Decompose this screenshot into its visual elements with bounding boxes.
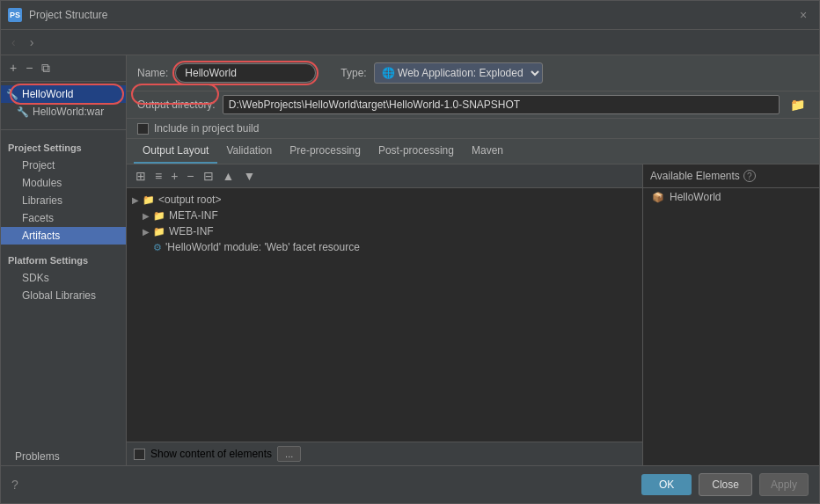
back-button[interactable]: ‹ — [8, 33, 19, 51]
tab-pre-processing[interactable]: Pre-processing — [281, 139, 370, 164]
sidebar-item-artifacts[interactable]: Artifacts — [1, 227, 126, 245]
tab-maven[interactable]: Maven — [463, 139, 512, 164]
folder-icon: 📁 — [143, 194, 155, 206]
show-content-label: Show content of elements — [150, 448, 272, 460]
tabs-row: Output Layout Validation Pre-processing … — [127, 139, 819, 164]
dialog-title: Project Structure — [29, 9, 787, 21]
main-panel: Name: Type: 🌐 Web Application: Exploded … — [127, 55, 819, 465]
info-icon[interactable]: ? — [743, 170, 756, 182]
artifact-war-label: HelloWorld:war — [33, 106, 104, 118]
expand-arrow-meta: ▶ — [143, 211, 150, 221]
sidebar-toolbar: + − ⧉ — [1, 55, 126, 82]
sidebar-item-global-libraries[interactable]: Global Libraries — [1, 287, 126, 304]
tree-web-label: WEB-INF — [169, 225, 214, 237]
app-icon: PS — [8, 8, 22, 22]
list-icon[interactable]: ≡ — [151, 167, 165, 185]
main-content-area: ⊞ ≡ + − ⊟ ▲ ▼ ▶ 📁 <output root> — [127, 164, 819, 465]
tree-output-root[interactable]: ▶ 📁 <output root> — [127, 192, 642, 208]
add-button[interactable]: + — [167, 167, 181, 185]
layout-icon[interactable]: ⊞ — [132, 167, 150, 185]
sidebar-item-modules[interactable]: Modules — [1, 174, 126, 192]
module-icon: ⚙ — [153, 242, 162, 253]
sidebar-item-facets[interactable]: Facets — [1, 209, 126, 227]
artifact-icon: 🔧 — [6, 89, 18, 100]
sidebar-sdks-label: SDKs — [22, 272, 49, 284]
tree-web-inf[interactable]: ▶ 📁 WEB-INF — [127, 223, 642, 239]
sidebar-modules-label: Modules — [22, 177, 62, 189]
help-icon[interactable]: ? — [11, 478, 18, 492]
sidebar-item-project[interactable]: Project — [1, 157, 126, 174]
name-label: Name: — [137, 67, 168, 79]
remove-artifact-button[interactable]: − — [22, 59, 36, 77]
available-elements-header: Available Elements ? — [643, 164, 819, 188]
close-button[interactable]: Close — [699, 473, 752, 496]
include-row: Include in project build — [127, 119, 819, 139]
nav-bar: ‹ › — [1, 30, 819, 55]
title-bar: PS Project Structure × — [1, 1, 819, 30]
include-checkbox[interactable] — [137, 123, 149, 135]
output-path-input[interactable] — [223, 95, 780, 114]
available-item-helloworld[interactable]: 📦 HelloWorld — [643, 188, 819, 206]
content-area: + − ⧉ 🔧 HelloWorld 🔧 HelloWorld:war Proj… — [1, 55, 819, 465]
project-structure-dialog: PS Project Structure × ‹ › + − ⧉ 🔧 Hello… — [0, 0, 820, 504]
output-directory-row: Output directory: 📁 — [127, 91, 819, 119]
name-row: Name: Type: 🌐 Web Application: Exploded … — [127, 55, 819, 91]
artifact-helloworld[interactable]: 🔧 HelloWorld — [1, 85, 126, 103]
left-pane: ⊞ ≡ + − ⊟ ▲ ▼ ▶ 📁 <output root> — [127, 164, 643, 465]
artifact-label: HelloWorld — [22, 88, 73, 100]
type-label: Type: — [340, 67, 366, 79]
problems-label: Problems — [15, 450, 60, 463]
copy-artifact-button[interactable]: ⧉ — [38, 59, 54, 77]
platform-settings-label: Platform Settings — [1, 248, 126, 269]
forward-button[interactable]: › — [26, 33, 38, 51]
tree-meta-inf[interactable]: ▶ 📁 META-INF — [127, 208, 642, 223]
tab-validation[interactable]: Validation — [217, 139, 281, 164]
show-more-button[interactable]: ... — [277, 446, 301, 462]
sort-button[interactable]: ⊟ — [200, 167, 217, 185]
sidebar-item-problems[interactable]: Problems — [1, 448, 126, 465]
name-input[interactable] — [175, 63, 316, 83]
artifact-war-icon: 🔧 — [17, 106, 29, 118]
output-tree: ▶ 📁 <output root> ▶ 📁 META-INF ▶ 📁 — [127, 188, 642, 442]
sidebar-project-label: Project — [22, 159, 55, 172]
folder-icon-web: 📁 — [153, 226, 165, 237]
type-select[interactable]: 🌐 Web Application: Exploded 🌐 Web Applic… — [374, 62, 543, 84]
artifact-sidebar-tree: 🔧 HelloWorld 🔧 HelloWorld:war — [1, 82, 126, 124]
artifact-helloworld-war[interactable]: 🔧 HelloWorld:war — [1, 103, 126, 121]
module-available-icon: 📦 — [652, 192, 664, 203]
include-label: Include in project build — [154, 122, 259, 135]
close-icon[interactable]: × — [794, 6, 812, 24]
project-settings-label: Project Settings — [1, 135, 126, 157]
available-elements-label: Available Elements — [650, 170, 740, 182]
sidebar-global-libraries-label: Global Libraries — [22, 289, 96, 302]
tab-output-layout[interactable]: Output Layout — [134, 139, 217, 164]
bottom-bar: ? OK Close Apply — [1, 465, 819, 503]
remove-button[interactable]: − — [183, 167, 197, 185]
available-item-label: HelloWorld — [670, 191, 721, 203]
tree-module-facet[interactable]: ⚙ 'HelloWorld' module: 'Web' facet resou… — [127, 239, 642, 255]
down-button[interactable]: ▼ — [239, 167, 259, 185]
right-pane: Available Elements ? 📦 HelloWorld — [643, 164, 819, 465]
tab-post-processing[interactable]: Post-processing — [370, 139, 463, 164]
sidebar: + − ⧉ 🔧 HelloWorld 🔧 HelloWorld:war Proj… — [1, 55, 127, 465]
folder-icon-meta: 📁 — [153, 210, 165, 222]
sidebar-item-libraries[interactable]: Libraries — [1, 192, 126, 209]
sidebar-item-sdks[interactable]: SDKs — [1, 269, 126, 287]
show-content-row: Show content of elements ... — [127, 442, 642, 465]
apply-button[interactable]: Apply — [759, 473, 809, 496]
available-items-list: 📦 HelloWorld — [643, 188, 819, 206]
sidebar-facets-label: Facets — [22, 212, 54, 224]
ok-button[interactable]: OK — [641, 474, 692, 495]
tree-module-label: 'HelloWorld' module: 'Web' facet resourc… — [165, 241, 360, 253]
sidebar-artifacts-label: Artifacts — [22, 230, 60, 242]
expand-arrow-web: ▶ — [143, 227, 150, 237]
show-content-checkbox[interactable] — [134, 449, 145, 460]
sidebar-libraries-label: Libraries — [22, 194, 62, 207]
tree-item-label: <output root> — [158, 194, 221, 206]
expand-arrow: ▶ — [132, 195, 139, 205]
output-label: Output directory: — [137, 99, 216, 111]
up-button[interactable]: ▲ — [219, 167, 238, 185]
add-artifact-button[interactable]: + — [6, 59, 20, 77]
left-pane-toolbar: ⊞ ≡ + − ⊟ ▲ ▼ — [127, 164, 642, 188]
browse-button[interactable]: 📁 — [787, 96, 809, 113]
